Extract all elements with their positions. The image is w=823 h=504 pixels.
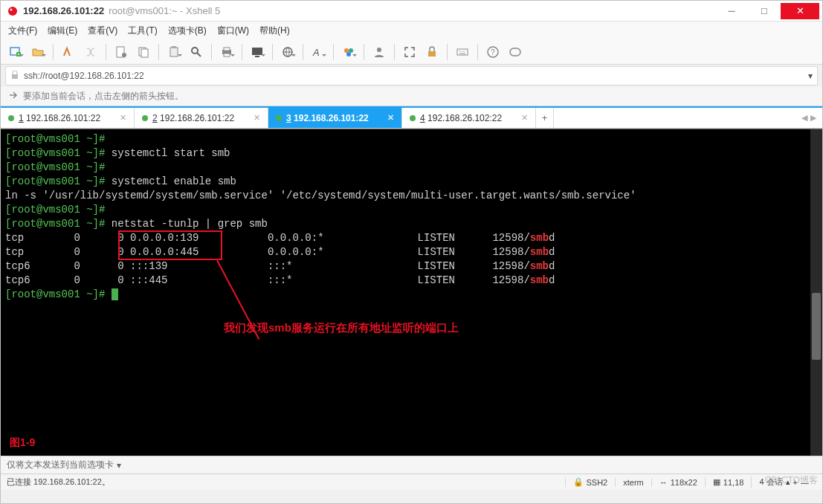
grid-icon: ▦	[713, 477, 720, 487]
copy-button[interactable]	[135, 43, 152, 61]
terminal-output: [root@vms001 ~]# [root@vms001 ~]# system…	[1, 129, 822, 305]
lock-button[interactable]	[423, 43, 441, 61]
svg-rect-8	[170, 48, 178, 56]
tab-prev-icon[interactable]: ◀	[801, 113, 807, 123]
tab-next-icon[interactable]: ▶	[810, 113, 816, 123]
app-icon	[7, 5, 19, 17]
window-title-main: 192.168.26.101:22	[23, 5, 104, 16]
terminal-scrollbar[interactable]	[810, 129, 822, 456]
fullscreen-button[interactable]	[401, 43, 419, 61]
menu-edit[interactable]: 编辑(E)	[48, 25, 77, 37]
status-dot-icon	[410, 115, 416, 121]
maximize-button[interactable]: □	[748, 3, 781, 19]
tab-close-icon[interactable]: ✕	[254, 113, 260, 123]
status-proto: 🔒SSH2	[565, 477, 616, 487]
svg-point-0	[8, 7, 17, 16]
addr-lock-icon	[10, 71, 19, 82]
menu-bar: 文件(F) 编辑(E) 查看(V) 工具(T) 选项卡(B) 窗口(W) 帮助(…	[1, 22, 822, 39]
svg-rect-27	[12, 74, 18, 79]
user-button[interactable]	[370, 43, 388, 61]
menu-tabs[interactable]: 选项卡(B)	[168, 25, 207, 37]
svg-point-5	[122, 53, 126, 57]
svg-rect-12	[224, 48, 230, 51]
status-term: xterm	[615, 478, 651, 487]
address-bar[interactable]: ssh://root@192.168.26.101:22 ▾	[5, 66, 818, 85]
encoding-button[interactable]	[279, 43, 297, 61]
terminal-cursor	[112, 288, 118, 300]
close-button[interactable]: ✕	[781, 3, 819, 19]
toolbar: A ?	[1, 39, 822, 65]
session-tab-4[interactable]: 4 192.168.26.102:22 ✕	[402, 108, 536, 128]
annotation-box	[118, 230, 222, 260]
menu-tools[interactable]: 工具(T)	[128, 25, 157, 37]
session-tabs: 1 192.168.26.101:22 ✕ 2 192.168.26.101:2…	[1, 106, 822, 129]
annotation-text: 我们发现smb服务运行在所有地址监听的端口上	[224, 321, 459, 335]
menu-window[interactable]: 窗口(W)	[217, 25, 249, 37]
properties-button[interactable]	[112, 43, 130, 61]
terminal-area[interactable]: [root@vms001 ~]# [root@vms001 ~]# system…	[1, 129, 822, 456]
color-button[interactable]	[340, 43, 358, 61]
send-target-label: 仅将文本发送到当前选项卡	[7, 459, 114, 471]
new-session-button[interactable]	[7, 43, 25, 61]
svg-rect-22	[428, 51, 436, 56]
menu-file[interactable]: 文件(F)	[8, 25, 37, 37]
svg-rect-15	[255, 56, 259, 57]
status-dot-icon	[142, 115, 148, 121]
reconnect-button[interactable]	[59, 43, 77, 61]
svg-rect-26	[510, 48, 520, 56]
resize-icon: ↔	[659, 478, 668, 487]
svg-rect-13	[224, 54, 230, 56]
address-url: ssh://root@192.168.26.101:22	[24, 71, 144, 81]
sessions-close-icon[interactable]: —	[801, 478, 809, 487]
svg-point-1	[10, 8, 13, 10]
disconnect-button[interactable]	[82, 43, 100, 61]
hint-bar: 要添加当前会话，点击左侧的箭头按钮。	[1, 87, 822, 106]
svg-rect-14	[252, 48, 262, 55]
minimize-button[interactable]: ─	[715, 3, 748, 19]
send-dropdown-icon[interactable]: ▾	[117, 460, 121, 471]
tab-close-icon[interactable]: ✕	[521, 113, 528, 123]
svg-text:?: ?	[491, 48, 495, 56]
address-dropdown-icon[interactable]: ▾	[808, 71, 813, 81]
svg-rect-7	[141, 49, 148, 57]
open-button[interactable]	[29, 43, 47, 61]
find-button[interactable]	[187, 43, 205, 61]
figure-label: 图1-9	[10, 436, 35, 450]
hint-text: 要添加当前会话，点击左侧的箭头按钮。	[23, 90, 184, 103]
svg-point-21	[377, 48, 381, 52]
svg-text:A: A	[312, 47, 320, 58]
menu-view[interactable]: 查看(V)	[88, 25, 117, 37]
menu-help[interactable]: 帮助(H)	[259, 25, 290, 37]
bookmark-button[interactable]	[506, 43, 524, 61]
lock-icon: 🔒	[573, 477, 584, 487]
sessions-add-icon[interactable]: +	[793, 478, 798, 487]
status-dot-icon	[8, 115, 14, 121]
screen-button[interactable]	[248, 43, 266, 61]
hint-arrow-icon[interactable]	[8, 90, 19, 103]
print-button[interactable]	[218, 43, 236, 61]
status-bar: 已连接 192.168.26.101:22。 🔒SSH2 xterm ↔ 118…	[1, 474, 822, 490]
sessions-up-icon[interactable]: ▴	[786, 477, 790, 487]
svg-point-20	[346, 52, 351, 56]
send-bar[interactable]: 仅将文本发送到当前选项卡 ▾	[1, 456, 822, 474]
tab-close-icon[interactable]: ✕	[387, 113, 394, 123]
session-tab-3[interactable]: 3 192.168.26.101:22 ✕	[268, 108, 402, 128]
tab-close-icon[interactable]: ✕	[120, 113, 126, 123]
session-tab-1[interactable]: 1 192.168.26.101:22 ✕	[1, 108, 135, 128]
font-button[interactable]: A	[309, 43, 327, 61]
help-button[interactable]: ?	[484, 43, 502, 61]
tab-nav: ◀ ▶	[795, 108, 822, 128]
svg-point-19	[349, 48, 353, 53]
svg-rect-23	[457, 49, 468, 55]
window-title-sub: root@vms001:~ - Xshell 5	[109, 5, 220, 16]
tab-add-button[interactable]: +	[536, 108, 554, 128]
svg-point-10	[192, 48, 198, 54]
status-pos: ▦ 11,18	[705, 477, 752, 487]
session-tab-2[interactable]: 2 192.168.26.101:22 ✕	[135, 108, 268, 128]
keyboard-button[interactable]	[454, 43, 471, 61]
status-connection: 已连接 192.168.26.101:22。	[7, 476, 565, 488]
svg-point-18	[344, 48, 349, 53]
paste-button[interactable]	[165, 43, 183, 61]
status-sessions: 4 会话 ▴ + —	[751, 476, 816, 488]
status-dot-icon	[276, 115, 282, 121]
